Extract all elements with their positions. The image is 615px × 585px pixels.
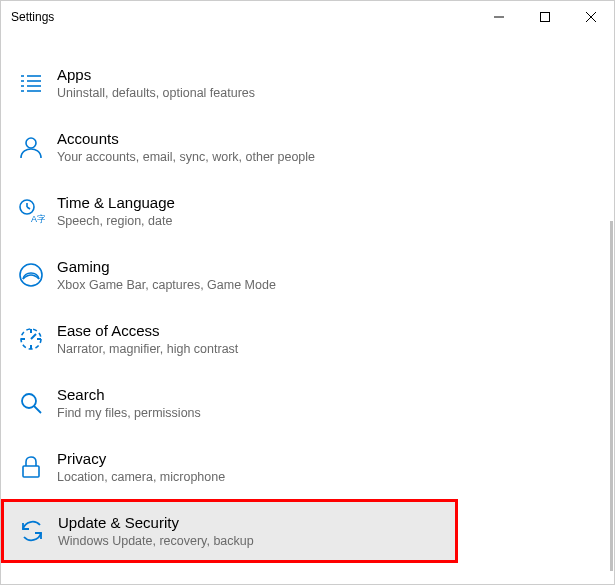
item-subtitle: Location, camera, microphone (57, 469, 225, 485)
item-title: Apps (57, 65, 255, 85)
item-subtitle: Uninstall, defaults, optional features (57, 85, 255, 101)
svg-point-19 (22, 394, 36, 408)
svg-rect-1 (541, 13, 550, 22)
item-text: Update & Security Windows Update, recove… (58, 513, 254, 550)
apps-icon (15, 67, 47, 99)
privacy-icon (15, 451, 47, 483)
settings-item-time-language[interactable]: A字 Time & Language Speech, region, date (1, 179, 614, 243)
item-subtitle: Xbox Game Bar, captures, Game Mode (57, 277, 276, 293)
ease-of-access-icon (15, 323, 47, 355)
item-title: Accounts (57, 129, 315, 149)
settings-item-apps[interactable]: Apps Uninstall, defaults, optional featu… (1, 51, 614, 115)
settings-item-search[interactable]: Search Find my files, permissions (1, 371, 614, 435)
maximize-button[interactable] (522, 1, 568, 33)
item-title: Time & Language (57, 193, 175, 213)
item-text: Privacy Location, camera, microphone (57, 449, 225, 486)
item-subtitle: Narrator, magnifier, high contrast (57, 341, 238, 357)
item-text: Gaming Xbox Game Bar, captures, Game Mod… (57, 257, 276, 294)
item-text: Accounts Your accounts, email, sync, wor… (57, 129, 315, 166)
settings-item-privacy[interactable]: Privacy Location, camera, microphone (1, 435, 614, 499)
item-subtitle: Speech, region, date (57, 213, 175, 229)
update-security-icon (16, 515, 48, 547)
window-controls (476, 1, 614, 33)
item-subtitle: Windows Update, recovery, backup (58, 533, 254, 549)
svg-rect-21 (23, 466, 39, 477)
search-icon (15, 387, 47, 419)
item-title: Gaming (57, 257, 276, 277)
item-title: Ease of Access (57, 321, 238, 341)
settings-item-accounts[interactable]: Accounts Your accounts, email, sync, wor… (1, 115, 614, 179)
gaming-icon (15, 259, 47, 291)
svg-point-12 (26, 138, 36, 148)
window-title: Settings (11, 10, 476, 24)
time-language-icon: A字 (15, 195, 47, 227)
item-subtitle: Your accounts, email, sync, work, other … (57, 149, 315, 165)
titlebar: Settings (1, 1, 614, 33)
settings-item-ease-of-access[interactable]: Ease of Access Narrator, magnifier, high… (1, 307, 614, 371)
item-subtitle: Find my files, permissions (57, 405, 201, 421)
settings-item-update-security[interactable]: Update & Security Windows Update, recove… (1, 499, 458, 563)
svg-line-15 (27, 207, 30, 209)
minimize-button[interactable] (476, 1, 522, 33)
item-text: Time & Language Speech, region, date (57, 193, 175, 230)
svg-line-20 (34, 406, 41, 413)
item-title: Search (57, 385, 201, 405)
accounts-icon (15, 131, 47, 163)
settings-list: Apps Uninstall, defaults, optional featu… (1, 51, 614, 563)
item-text: Search Find my files, permissions (57, 385, 201, 422)
item-text: Ease of Access Narrator, magnifier, high… (57, 321, 238, 358)
settings-item-gaming[interactable]: Gaming Xbox Game Bar, captures, Game Mod… (1, 243, 614, 307)
item-title: Update & Security (58, 513, 254, 533)
svg-text:A字: A字 (31, 214, 45, 224)
scrollbar[interactable] (610, 221, 613, 571)
close-button[interactable] (568, 1, 614, 33)
item-title: Privacy (57, 449, 225, 469)
item-text: Apps Uninstall, defaults, optional featu… (57, 65, 255, 102)
